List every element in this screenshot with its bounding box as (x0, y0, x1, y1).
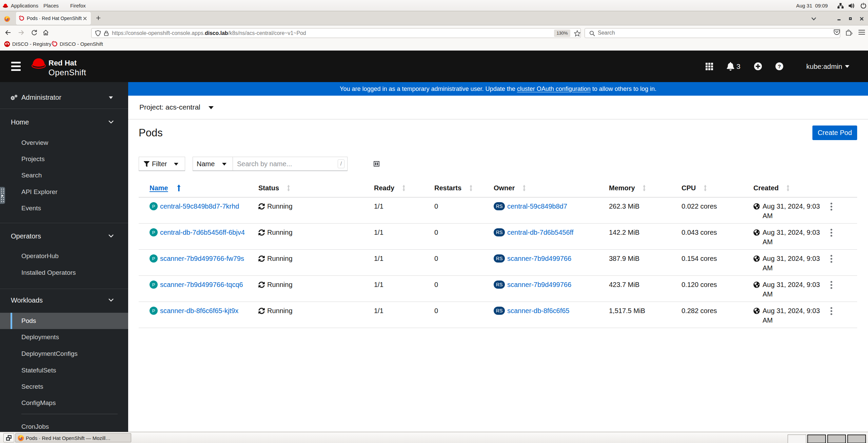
svg-text:?: ? (778, 63, 781, 69)
